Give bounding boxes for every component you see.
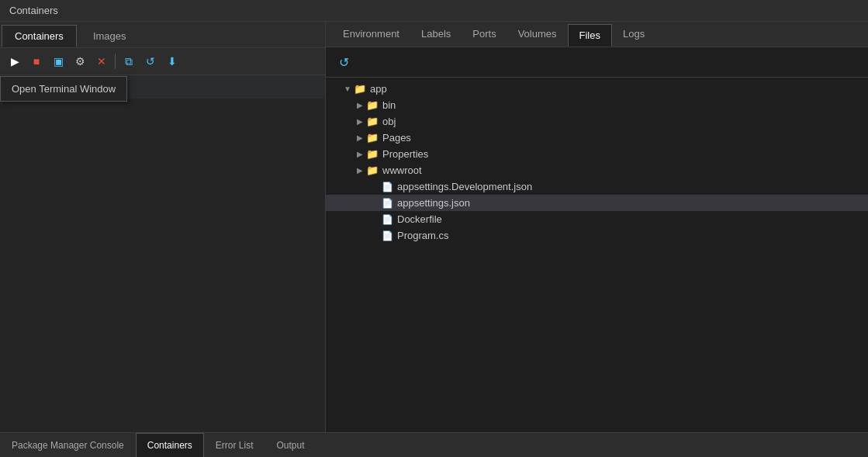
stop-button[interactable]: ■ xyxy=(26,51,47,71)
tab-logs[interactable]: Logs xyxy=(612,23,655,46)
folder-icon-obj: 📁 xyxy=(366,116,379,127)
bottom-tab-bar: Package Manager Console Containers Error… xyxy=(0,432,868,457)
folder-icon-properties: 📁 xyxy=(366,148,379,160)
title-bar: Containers xyxy=(0,0,868,22)
tab-ports[interactable]: Ports xyxy=(462,23,507,46)
folder-icon-pages: 📁 xyxy=(366,132,379,144)
settings-button[interactable]: ⚙ xyxy=(70,51,90,71)
bottom-tab-containers[interactable]: Containers xyxy=(136,433,204,457)
refresh-container-button[interactable]: ↺ xyxy=(140,51,161,71)
file-icon-dockerfile: 📄 xyxy=(382,214,393,225)
folder-icon-bin: 📁 xyxy=(366,99,379,111)
tab-images[interactable]: Images xyxy=(80,25,140,47)
terminal-button[interactable]: ▣ xyxy=(48,51,68,71)
tree-item-appsettings[interactable]: 📄 appsettings.json xyxy=(326,195,868,211)
left-panel: Containers Images ▶ ■ ▣ ⚙ ✕ ⧉ ↺ ⬇ Open T… xyxy=(0,22,326,432)
close-button[interactable]: ✕ xyxy=(92,51,112,71)
tree-item-obj[interactable]: ▶ 📁 obj xyxy=(326,113,868,130)
label-appsettings: appsettings.json xyxy=(397,197,470,209)
container-list: WebApplication3 xyxy=(0,75,325,432)
arrow-properties: ▶ xyxy=(354,150,366,158)
arrow-obj: ▶ xyxy=(354,117,366,126)
tab-environment[interactable]: Environment xyxy=(332,23,410,46)
bottom-tab-output[interactable]: Output xyxy=(265,433,316,457)
file-icon-appsettings-dev: 📄 xyxy=(382,182,393,192)
file-icon-appsettings: 📄 xyxy=(382,198,393,209)
label-pages: Pages xyxy=(382,132,411,144)
arrow-pages: ▶ xyxy=(354,133,366,142)
folder-icon-wwwroot: 📁 xyxy=(366,164,379,176)
arrow-wwwroot: ▶ xyxy=(354,166,366,175)
tab-labels[interactable]: Labels xyxy=(410,23,462,46)
tree-item-wwwroot[interactable]: ▶ 📁 wwwroot xyxy=(326,162,868,178)
tooltip-text: Open Terminal Window xyxy=(12,83,116,95)
label-wwwroot: wwwroot xyxy=(382,164,422,176)
right-tab-bar: Environment Labels Ports Volumes Files L… xyxy=(326,22,868,47)
tree-item-programcs[interactable]: 📄 Program.cs xyxy=(326,227,868,244)
label-properties: Properties xyxy=(382,148,428,160)
file-tree-refresh-button[interactable]: ↺ xyxy=(334,52,354,72)
app-container: Containers Containers Images ▶ ■ ▣ ⚙ ✕ ⧉… xyxy=(0,0,868,457)
tree-item-dockerfile[interactable]: 📄 Dockerfile xyxy=(326,211,868,227)
tree-item-appsettings-dev[interactable]: 📄 appsettings.Development.json xyxy=(326,178,868,195)
file-tree: ▼ 📁 app ▶ 📁 bin ▶ 📁 obj xyxy=(326,78,868,432)
label-obj: obj xyxy=(382,116,396,127)
tree-item-pages[interactable]: ▶ 📁 Pages xyxy=(326,130,868,146)
bottom-tab-error-list[interactable]: Error List xyxy=(204,433,265,457)
label-app: app xyxy=(370,83,387,95)
label-bin: bin xyxy=(382,99,396,111)
tab-volumes[interactable]: Volumes xyxy=(507,23,568,46)
main-area: Containers Images ▶ ■ ▣ ⚙ ✕ ⧉ ↺ ⬇ Open T… xyxy=(0,22,868,432)
copy-button[interactable]: ⧉ xyxy=(119,51,139,71)
tree-item-bin[interactable]: ▶ 📁 bin xyxy=(326,97,868,113)
label-programcs: Program.cs xyxy=(397,230,448,241)
tree-item-properties[interactable]: ▶ 📁 Properties xyxy=(326,146,868,162)
tab-files[interactable]: Files xyxy=(568,24,612,47)
right-panel: Environment Labels Ports Volumes Files L… xyxy=(326,22,868,432)
arrow-bin: ▶ xyxy=(354,101,366,109)
tooltip-popup: Open Terminal Window xyxy=(0,76,127,102)
pull-button[interactable]: ⬇ xyxy=(162,51,182,71)
tab-containers[interactable]: Containers xyxy=(2,25,77,47)
right-toolbar: ↺ xyxy=(326,47,868,78)
title-label: Containers xyxy=(9,5,58,16)
label-appsettings-dev: appsettings.Development.json xyxy=(397,181,532,192)
left-toolbar: ▶ ■ ▣ ⚙ ✕ ⧉ ↺ ⬇ xyxy=(0,48,325,75)
play-button[interactable]: ▶ xyxy=(5,51,25,71)
toolbar-separator xyxy=(115,54,116,69)
arrow-app: ▼ xyxy=(341,85,354,93)
tree-item-app[interactable]: ▼ 📁 app xyxy=(326,81,868,97)
label-dockerfile: Dockerfile xyxy=(397,213,442,225)
file-icon-programcs: 📄 xyxy=(382,230,393,241)
bottom-tab-package-manager[interactable]: Package Manager Console xyxy=(0,433,136,457)
left-tab-bar: Containers Images xyxy=(0,22,325,48)
folder-icon-app: 📁 xyxy=(354,83,366,95)
